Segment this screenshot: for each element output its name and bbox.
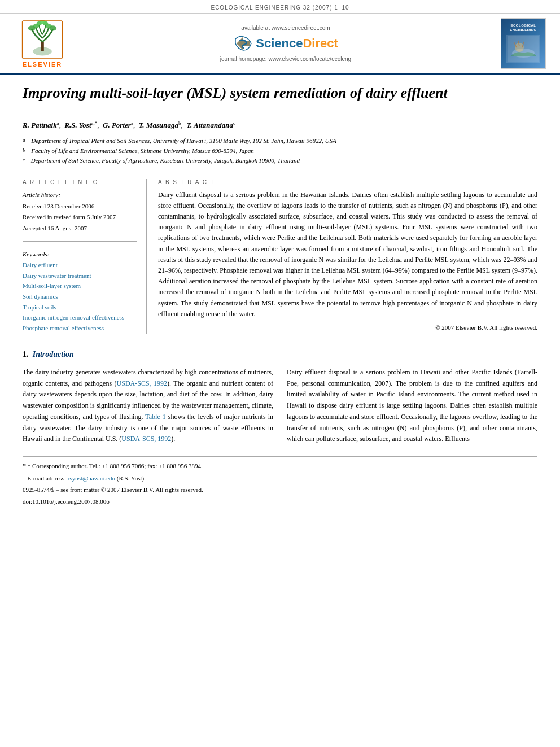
section-title: Introduction: [33, 350, 74, 359]
body-left-text: The dairy industry generates wastewaters…: [23, 367, 273, 445]
svg-point-8: [40, 20, 45, 24]
cover-box: ECOLOGICAL ENGINEERING: [501, 18, 546, 69]
elsevier-text-label: ELSEVIER: [23, 61, 62, 68]
section-1: 1. Introduction The dairy industry gener…: [23, 343, 537, 445]
sciencedirect-logo: ScienceDirect: [233, 33, 338, 54]
ref-table1: Table 1: [145, 413, 166, 421]
keywords-section: Keywords: Dairy effluent Dairy wastewate…: [23, 251, 137, 334]
body-two-col: The dairy industry generates wastewaters…: [23, 362, 537, 445]
divider-keywords: [23, 241, 137, 242]
accepted-date: Accepted 16 August 2007: [23, 223, 137, 234]
elsevier-logo: ELSEVIER: [11, 18, 73, 69]
affiliation-a: a Department of Tropical Plant and Soil …: [23, 136, 537, 146]
revised-date: Received in revised form 5 July 2007: [23, 212, 137, 223]
keyword-7: Phosphate removal effectiveness: [23, 323, 137, 334]
available-at-text: available at www.sciencedirect.com: [241, 25, 330, 31]
cover-image: [506, 35, 540, 63]
affiliation-a-text: Department of Tropical Plant and Soil Sc…: [31, 136, 336, 146]
footnote-corresponding: * Corresponding author. Tel.: +1 808 956…: [28, 462, 203, 469]
affiliation-c: c Department of Soil Science, Faculty of…: [23, 156, 537, 166]
journal-header: ECOLOGICAL ENGINEERING 32 (2007) 1–10: [0, 0, 560, 14]
ref-usda-scs-2: USDA-SCS, 1992: [121, 435, 171, 443]
author-porter: G. Porter: [103, 121, 131, 129]
journal-url: journal homepage: www.elsevier.com/locat…: [220, 56, 351, 62]
journal-cover: ECOLOGICAL ENGINEERING: [498, 18, 549, 69]
svg-rect-1: [41, 42, 44, 51]
keyword-2: Dairy wastewater treatment: [23, 270, 137, 281]
ref-usda-scs-1: USDA-SCS, 1992: [117, 379, 167, 387]
affiliation-c-text: Department of Soil Science, Faculty of A…: [31, 156, 300, 166]
cover-title-text: ECOLOGICAL ENGINEERING: [510, 24, 537, 33]
article-info-label: A R T I C L E I N F O: [23, 179, 137, 185]
divider-1: [23, 172, 537, 172]
sd-icon: [233, 33, 253, 54]
body-right: Dairy effluent disposal is a serious pro…: [287, 362, 537, 445]
footer-area: * * Corresponding author. Tel.: +1 808 9…: [23, 456, 537, 506]
article-history: Article history: Received 23 December 20…: [23, 190, 137, 234]
keywords-label: Keywords:: [23, 251, 137, 257]
main-content: Improving multi-soil-layer (MSL) system …: [0, 75, 560, 519]
body-left: The dairy industry generates wastewaters…: [23, 362, 273, 445]
affiliation-b: b Faculty of Life and Environmental Scie…: [23, 146, 537, 156]
email-link: rsyost@hawaii.edu: [68, 475, 115, 482]
abstract-text: Dairy effluent disposal is a serious pro…: [158, 190, 537, 320]
body-right-text: Dairy effluent disposal is a serious pro…: [287, 367, 537, 445]
abstract-label: A B S T R A C T: [158, 179, 537, 185]
right-column: A B S T R A C T Dairy effluent disposal …: [158, 179, 537, 334]
author-pattnaik: R. Pattnaik: [23, 121, 57, 129]
journal-title: ECOLOGICAL ENGINEERING 32 (2007) 1–10: [211, 5, 349, 11]
keyword-1: Dairy effluent: [23, 260, 137, 270]
keyword-6: Inorganic nitrogen removal effectiveness: [23, 312, 137, 323]
elsevier-tree-icon: [20, 20, 65, 59]
banner-area: ELSEVIER available at www.sciencedirect.…: [0, 14, 560, 75]
banner-center: available at www.sciencedirect.com Scien…: [79, 18, 492, 69]
author-yost: R.S. Yost: [64, 121, 91, 129]
left-column: A R T I C L E I N F O Article history: R…: [23, 179, 147, 334]
section-number: 1.: [23, 350, 29, 359]
footnote-star: * * Corresponding author. Tel.: +1 808 9…: [23, 460, 537, 471]
abstract-copyright: © 2007 Elsevier B.V. All rights reserved…: [158, 324, 537, 331]
sd-text: ScienceDirect: [256, 36, 338, 51]
section-heading: 1. Introduction: [23, 350, 537, 359]
affiliation-b-text: Faculty of Life and Environmental Scienc…: [31, 146, 254, 156]
author-masunaga: T. Masunaga: [139, 121, 178, 129]
sd-direct: Direct: [303, 36, 338, 50]
article-info-abstract: A R T I C L E I N F O Article history: R…: [23, 179, 537, 334]
footnote-doi: doi:10.1016/j.ecoleng.2007.08.006: [23, 496, 537, 507]
footnote-email: E-mail address: rsyost@hawaii.edu (R.S. …: [23, 473, 537, 484]
page-wrapper: ECOLOGICAL ENGINEERING 32 (2007) 1–10: [0, 0, 560, 747]
footnote-email-text: E-mail address: rsyost@hawaii.edu (R.S. …: [27, 475, 146, 482]
keyword-3: Multi-soil-layer system: [23, 281, 137, 291]
history-label: Article history:: [23, 190, 137, 201]
received-date: Received 23 December 2006: [23, 201, 137, 212]
affiliations: a Department of Tropical Plant and Soil …: [23, 136, 537, 166]
author-attanandana: T. Attanandana: [186, 121, 233, 129]
sd-science: Science: [256, 36, 303, 50]
keyword-4: Soil dynamics: [23, 291, 137, 302]
keyword-5: Tropical soils: [23, 302, 137, 313]
authors-line: R. Pattnaika, R.S. Yosta,*, G. Portera, …: [23, 119, 537, 132]
footnote-issn: 0925-8574/$ – see front matter © 2007 El…: [23, 484, 537, 495]
article-title: Improving multi-soil-layer (MSL) system …: [23, 84, 537, 110]
